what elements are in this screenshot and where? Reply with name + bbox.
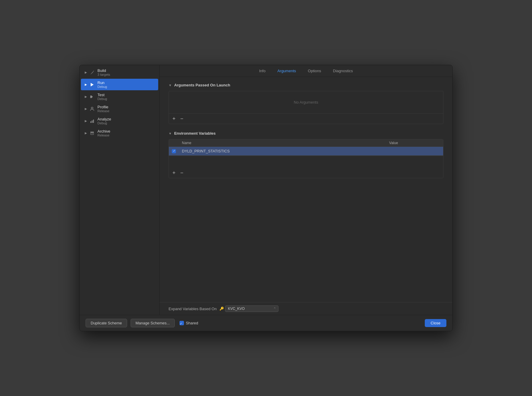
env-table: Name Value DYLD_PRINT_STATISTICS [169, 139, 443, 156]
expand-vars-footer: Expand Variables Based On 🔑 KVC_KVO [160, 302, 452, 315]
env-controls: + − [169, 168, 443, 178]
svg-rect-5 [90, 132, 94, 133]
no-args-text: No Arguments [169, 91, 443, 114]
env-row-value [386, 147, 443, 156]
shared-checkbox[interactable] [180, 321, 184, 325]
env-table-row[interactable]: DYLD_PRINT_STATISTICS [169, 147, 443, 156]
sidebar-item-archive[interactable]: ▶ Archive Release [81, 127, 158, 139]
arguments-section: ▼ Arguments Passed On Launch No Argument… [169, 83, 443, 124]
env-section: ▼ Environment Variables Name Value [169, 131, 443, 178]
svg-rect-2 [90, 121, 91, 123]
arguments-section-body: No Arguments + − [169, 91, 443, 124]
shared-container: Shared [180, 321, 198, 325]
sidebar-item-build[interactable]: ▶ Build 3 targets [81, 67, 158, 78]
sidebar-item-profile[interactable]: ▶ Profile Release [81, 103, 158, 115]
tab-info[interactable]: Info [259, 68, 266, 74]
expand-vars-label: Expand Variables Based On [169, 307, 217, 311]
chevron-right-icon: ▶ [84, 70, 88, 75]
arguments-controls: + − [169, 114, 443, 124]
env-row-checkbox[interactable] [172, 149, 176, 153]
expand-vars-select-wrap: 🔑 KVC_KVO [219, 305, 278, 312]
wrench-icon [89, 70, 95, 75]
env-col-check [169, 139, 179, 147]
tab-options[interactable]: Options [308, 68, 321, 74]
sidebar: ▶ Build 3 targets ▶ [80, 65, 160, 315]
env-section-body: Name Value DYLD_PRINT_STATISTICS [169, 139, 443, 178]
env-col-name: Name [179, 139, 386, 147]
chevron-right-icon-analyze: ▶ [84, 119, 88, 123]
add-argument-button[interactable]: + [172, 116, 176, 121]
play-icon [89, 82, 95, 88]
remove-env-button[interactable]: − [180, 170, 184, 176]
section-title-env: Environment Variables [174, 131, 216, 136]
svg-rect-3 [92, 120, 93, 123]
analyze-icon [89, 118, 95, 124]
main-window: ▶ Build 3 targets ▶ [79, 65, 453, 331]
key-icon: 🔑 [219, 307, 224, 311]
section-title-args: Arguments Passed On Launch [174, 83, 230, 87]
triangle-icon-args: ▼ [169, 83, 172, 87]
tab-arguments[interactable]: Arguments [277, 68, 296, 74]
chevron-right-icon-profile: ▶ [84, 107, 88, 111]
expand-vars-select[interactable]: KVC_KVO [225, 305, 278, 312]
remove-argument-button[interactable]: − [180, 116, 184, 121]
profile-icon [89, 106, 95, 112]
duplicate-scheme-button[interactable]: Duplicate Scheme [86, 319, 127, 327]
chevron-right-icon-archive: ▶ [84, 131, 88, 135]
test-icon [89, 94, 95, 100]
archive-icon [89, 130, 95, 136]
manage-schemes-button[interactable]: Manage Schemes... [131, 319, 175, 327]
content-area: ▼ Arguments Passed On Launch No Argument… [160, 77, 452, 302]
close-button[interactable]: Close [425, 319, 446, 327]
chevron-right-icon-run: ▶ [84, 83, 88, 87]
shared-label: Shared [186, 321, 198, 325]
sidebar-item-analyze[interactable]: ▶ Analyze Debug [81, 115, 158, 127]
sidebar-item-run[interactable]: ▶ Run Debug [81, 79, 158, 90]
svg-marker-0 [91, 83, 94, 86]
env-col-value: Value [386, 139, 443, 147]
triangle-icon-env: ▼ [169, 132, 172, 135]
main-panel: Info Arguments Options Diagnostics ▼ Arg… [160, 65, 452, 315]
sidebar-item-test[interactable]: ▶ Test Debug [81, 91, 158, 102]
env-row-check-cell [169, 147, 179, 156]
svg-point-1 [91, 107, 93, 109]
tab-bar: Info Arguments Options Diagnostics [160, 65, 452, 77]
chevron-right-icon-test: ▶ [84, 95, 88, 99]
svg-rect-4 [93, 120, 94, 123]
bottom-bar: Duplicate Scheme Manage Schemes... Share… [80, 315, 452, 331]
add-env-button[interactable]: + [172, 170, 176, 176]
tab-diagnostics[interactable]: Diagnostics [333, 68, 353, 74]
env-row-name: DYLD_PRINT_STATISTICS [179, 147, 386, 156]
